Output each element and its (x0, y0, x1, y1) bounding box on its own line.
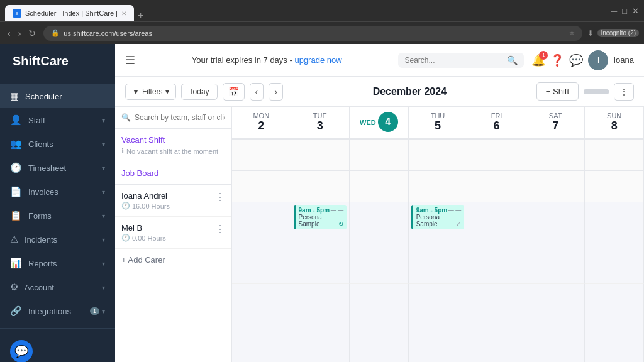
tab-favicon: S (13, 9, 21, 18)
screen-capture-icon[interactable]: ⬇ (587, 29, 594, 38)
melb-cell-mon[interactable] (232, 243, 291, 284)
blank-cell-wed[interactable] (350, 284, 409, 362)
ioana-cell-wed[interactable] (350, 202, 409, 243)
day-header-fri: FRI 6 (467, 107, 526, 138)
top-header: ☰ Your trial expires in 7 days - upgrade… (115, 44, 644, 77)
minimize-button[interactable]: ─ (611, 6, 617, 16)
sidebar-item-forms[interactable]: 📋 Forms ▾ (0, 204, 115, 228)
melb-cell-sun[interactable] (585, 243, 644, 284)
tab-title: Scheduler - Index | ShiftCare | (25, 9, 118, 17)
blank-cell-thu[interactable] (409, 284, 468, 362)
today-button[interactable]: Today (181, 84, 218, 100)
vacant-cell-sat[interactable] (526, 140, 586, 171)
day-label-fri: FRI (491, 112, 502, 119)
sidebar-item-clients[interactable]: 👥 Clients ▾ (0, 132, 115, 156)
ioana-cell-fri[interactable] (467, 202, 526, 243)
blank-cell-sat[interactable] (526, 284, 586, 362)
job-cell-mon[interactable] (232, 171, 291, 202)
vacant-cell-tue[interactable] (291, 140, 350, 171)
job-cell-fri[interactable] (467, 171, 526, 202)
add-shift-button[interactable]: + Shift (536, 82, 579, 101)
add-carer-button[interactable]: + Add Carer (115, 249, 231, 271)
blank-cell-fri[interactable] (467, 284, 526, 362)
forward-button[interactable]: › (16, 27, 24, 40)
star-icon[interactable]: ☆ (569, 30, 575, 36)
day-label-thu: THU (431, 112, 445, 119)
day-header-mon: MON 2 (232, 107, 291, 138)
job-cell-thu[interactable] (409, 171, 468, 202)
job-cell-sat[interactable] (526, 171, 586, 202)
new-tab-button[interactable]: + (134, 10, 147, 21)
shift-options-icon-thu: — — (448, 207, 462, 213)
vacant-cell-fri[interactable] (467, 140, 526, 171)
melb-cell-sat[interactable] (526, 243, 586, 284)
more-options-button[interactable]: ⋮ (614, 83, 634, 101)
calendar-header-row: MON 2 TUE 3 WED 4 THU 5 (232, 107, 644, 140)
vacant-cell-thu[interactable] (409, 140, 468, 171)
search-input[interactable] (404, 56, 503, 65)
job-cell-tue[interactable] (291, 171, 350, 202)
refresh-button[interactable]: ↻ (26, 27, 38, 40)
search-icon[interactable]: 🔍 (507, 55, 518, 65)
sidebar-item-scheduler[interactable]: ▦ Scheduler (0, 84, 115, 108)
carer-menu-melb[interactable]: ⋮ (215, 223, 225, 235)
melb-cell-wed[interactable] (350, 243, 409, 284)
user-avatar[interactable]: I (588, 50, 608, 70)
sidebar-item-staff[interactable]: 👤 Staff ▾ (0, 108, 115, 132)
ioana-cell-thu[interactable]: 9am - 5pm — — Persona Sample ✓ (409, 202, 468, 243)
sidebar-item-reports[interactable]: 📊 Reports ▾ (0, 251, 115, 275)
tab-close-button[interactable]: ✕ (121, 10, 126, 17)
maximize-button[interactable]: □ (622, 6, 627, 16)
url-bar[interactable]: 🔒 us.shiftcare.com/users/areas ☆ (43, 26, 582, 41)
ioana-shift-thu[interactable]: 9am - 5pm — — Persona Sample ✓ (411, 205, 465, 229)
sidebar-item-label-staff: Staff (28, 116, 45, 125)
sidebar-item-timesheet[interactable]: 🕐 Timesheet ▾ (0, 156, 115, 180)
sidebar-item-incidents[interactable]: ⚠ Incidents ▾ (0, 228, 115, 251)
prev-week-button[interactable]: ‹ (250, 83, 264, 101)
back-button[interactable]: ‹ (5, 27, 13, 40)
vacant-cell-mon[interactable] (232, 140, 291, 171)
calendar-picker-button[interactable]: 📅 (223, 83, 245, 101)
day-num-tue: 3 (294, 119, 347, 133)
carer-menu-ioana[interactable]: ⋮ (215, 191, 225, 203)
ioana-cell-mon[interactable] (232, 202, 291, 243)
ioana-cell-tue[interactable]: 9am - 5pm — — Persona Sample ↻ (291, 202, 350, 243)
filter-button[interactable]: ▼ Filters ▾ (125, 84, 176, 100)
sidebar-item-invoices[interactable]: 📄 Invoices ▾ (0, 180, 115, 204)
blank-cell-mon[interactable] (232, 284, 291, 362)
ioana-shift-tue[interactable]: 9am - 5pm — — Persona Sample ↻ (294, 205, 347, 229)
filter-chevron-icon: ▾ (165, 87, 169, 96)
next-week-button[interactable]: › (269, 83, 283, 101)
notifications-container: 🔔 1 (531, 53, 545, 67)
browser-chrome: S Scheduler - Index | ShiftCare | ✕ + ─ … (0, 0, 644, 21)
carer-search[interactable]: 🔍 (115, 107, 231, 129)
vacant-cell-wed[interactable] (350, 140, 409, 171)
upgrade-link[interactable]: upgrade now (294, 55, 341, 65)
melb-cell-tue[interactable] (291, 243, 350, 284)
help-icon[interactable]: ❓ (550, 53, 564, 67)
melb-cell-fri[interactable] (467, 243, 526, 284)
messages-icon[interactable]: 💬 (569, 53, 583, 67)
blank-cell-sun[interactable] (585, 284, 644, 362)
job-cell-sun[interactable] (585, 171, 644, 202)
shift-options-icon: — — (331, 207, 344, 213)
chat-button[interactable]: 💬 (10, 340, 33, 362)
carer-search-input[interactable] (135, 113, 225, 122)
melb-cell-thu[interactable] (409, 243, 468, 284)
job-board-cells-row (232, 171, 644, 202)
sidebar-item-integrations[interactable]: 🔗 Integrations 1 ▾ (0, 299, 115, 323)
ioana-cell-sat[interactable] (526, 202, 586, 243)
sidebar-bottom: 💬 (0, 328, 115, 362)
ioana-cell-sun[interactable] (585, 202, 644, 243)
job-cell-wed[interactable] (350, 171, 409, 202)
calendar-body: 🔍 Vacant Shift ℹ No vacant shift at the … (115, 107, 644, 362)
close-window-button[interactable]: ✕ (632, 6, 639, 16)
hamburger-menu-button[interactable]: ☰ (125, 53, 135, 67)
sidebar-item-account[interactable]: ⚙ Account ▾ (0, 275, 115, 299)
active-tab[interactable]: S Scheduler - Index | ShiftCare | ✕ (5, 5, 134, 21)
filter-icon: ▼ (132, 87, 140, 96)
search-bar[interactable]: 🔍 (398, 53, 524, 68)
clients-icon: 👥 (10, 138, 22, 150)
vacant-cell-sun[interactable] (585, 140, 644, 171)
blank-cell-tue[interactable] (291, 284, 350, 362)
